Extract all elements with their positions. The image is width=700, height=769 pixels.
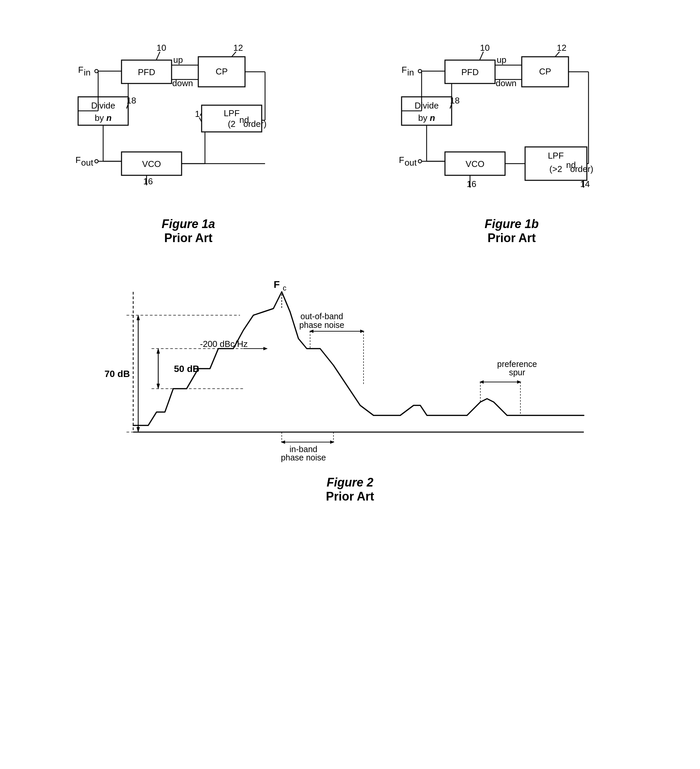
svg-text:VCO: VCO (466, 159, 484, 169)
svg-marker-113 (309, 330, 313, 333)
fig1b-subtitle: Prior Art (485, 231, 539, 245)
svg-text:out: out (405, 158, 417, 167)
svg-marker-114 (360, 330, 364, 333)
fig1b-title: Figure 1b (485, 217, 539, 231)
svg-text:up: up (497, 55, 506, 65)
svg-text:18: 18 (127, 95, 136, 106)
svg-text:16: 16 (143, 176, 153, 186)
svg-text:phase noise: phase noise (281, 453, 326, 462)
svg-text:F: F (399, 155, 404, 165)
figure-1a-block: F in PFD 10 up down (75, 34, 302, 245)
svg-text:LPF: LPF (224, 108, 240, 118)
fig1b-caption: Figure 1b Prior Art (485, 217, 539, 245)
svg-text:-200 dBc/Hz: -200 dBc/Hz (200, 339, 248, 349)
svg-text:12: 12 (233, 43, 243, 53)
fig2-title: Figure 2 (326, 476, 374, 489)
svg-text:Divide: Divide (414, 100, 438, 111)
figure-2-chart: 70 dB 50 dB -200 dBc/Hz (100, 272, 600, 465)
svg-text:PFD: PFD (461, 67, 479, 77)
svg-marker-127 (479, 380, 484, 384)
svg-text:14: 14 (580, 179, 590, 189)
svg-text:LPF: LPF (548, 151, 564, 161)
svg-text:up: up (173, 55, 183, 65)
fig1a-svg: F in PFD 10 up down (75, 34, 302, 207)
svg-text:18: 18 (450, 95, 460, 106)
svg-text:order): order) (570, 164, 593, 174)
fig1a-subtitle: Prior Art (162, 231, 215, 245)
svg-text:10: 10 (480, 43, 490, 53)
svg-text:F: F (75, 155, 81, 165)
svg-text:in: in (407, 68, 414, 77)
svg-text:by n: by n (418, 113, 435, 123)
svg-point-75 (418, 159, 422, 163)
svg-text:c: c (283, 284, 286, 292)
fig1a-caption: Figure 1a Prior Art (162, 217, 215, 245)
svg-text:by n: by n (95, 113, 112, 123)
svg-text:(>2: (>2 (549, 164, 562, 174)
svg-marker-120 (281, 441, 285, 444)
figure-1b-diagram: F in PFD 10 up down (398, 34, 625, 207)
figure-1b-block: F in PFD 10 up down (398, 34, 625, 245)
fig2-subtitle: Prior Art (326, 489, 374, 504)
svg-text:phase noise: phase noise (299, 320, 344, 330)
svg-text:VCO: VCO (142, 159, 161, 169)
svg-text:CP: CP (216, 66, 228, 76)
svg-text:preference: preference (497, 359, 537, 368)
svg-marker-108 (263, 347, 268, 350)
svg-text:F: F (401, 65, 407, 75)
svg-text:PFD: PFD (138, 67, 155, 77)
svg-marker-128 (517, 380, 522, 384)
fig2-caption: Figure 2 Prior Art (326, 476, 374, 504)
fig2-svg: 70 dB 50 dB -200 dBc/Hz (100, 272, 600, 465)
page: F in PFD 10 up down (0, 0, 700, 769)
svg-text:12: 12 (557, 43, 567, 53)
svg-text:down: down (172, 78, 193, 88)
svg-text:Divide: Divide (91, 100, 115, 111)
svg-text:CP: CP (539, 66, 551, 76)
figures-row: F in PFD 10 up down (27, 34, 673, 245)
svg-text:out-of-band: out-of-band (300, 312, 343, 321)
svg-text:(2: (2 (228, 119, 236, 129)
svg-text:F: F (78, 65, 83, 75)
svg-text:70 dB: 70 dB (104, 368, 130, 379)
fig1a-title: Figure 1a (162, 217, 215, 231)
svg-text:in: in (84, 68, 90, 77)
figure-1a-diagram: F in PFD 10 up down (75, 34, 302, 207)
svg-line-7 (156, 52, 160, 60)
svg-line-54 (480, 52, 483, 60)
figure-2-block: 70 dB 50 dB -200 dBc/Hz (27, 272, 673, 504)
svg-marker-121 (330, 441, 334, 444)
svg-text:10: 10 (157, 43, 166, 53)
svg-text:F: F (273, 279, 279, 290)
svg-text:order): order) (243, 119, 267, 129)
svg-text:down: down (496, 78, 516, 88)
svg-text:out: out (81, 158, 93, 167)
svg-point-36 (95, 159, 98, 163)
svg-point-49 (418, 69, 422, 73)
svg-text:16: 16 (467, 179, 476, 189)
svg-point-2 (95, 69, 98, 73)
fig1b-svg: F in PFD 10 up down (398, 34, 625, 207)
svg-text:in-band: in-band (289, 444, 317, 454)
svg-text:spur: spur (509, 368, 525, 377)
